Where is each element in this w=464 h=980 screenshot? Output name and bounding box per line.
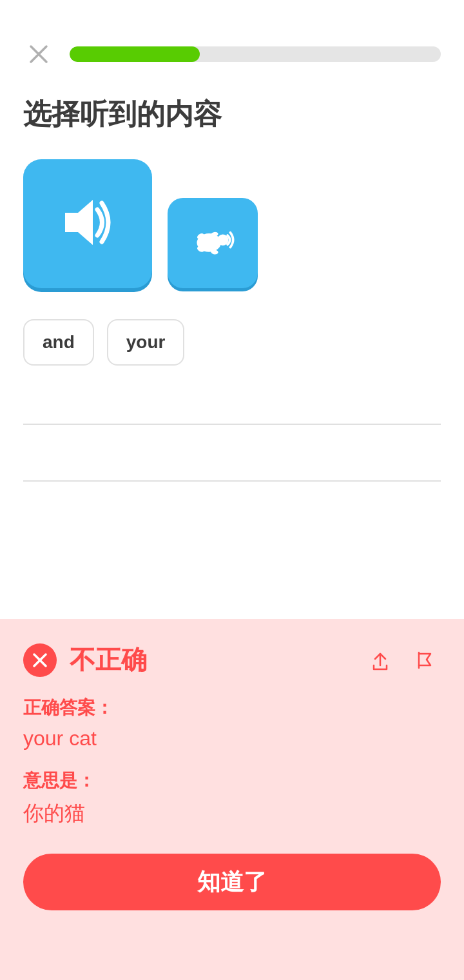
error-icon — [23, 643, 57, 677]
meaning-value: 你的猫 — [23, 799, 441, 828]
correct-answer-label: 正确答案： — [23, 696, 441, 720]
header — [0, 0, 464, 85]
meaning-label: 意思是： — [23, 769, 441, 793]
flag-button[interactable] — [407, 643, 441, 677]
word-chip-your[interactable]: your — [107, 319, 185, 366]
close-button[interactable] — [23, 39, 54, 70]
progress-bar-container — [70, 46, 441, 62]
word-choices-area: and your — [0, 319, 464, 366]
got-it-button[interactable]: 知道了 — [23, 854, 441, 910]
feedback-actions — [363, 643, 441, 677]
answer-line-2 — [23, 435, 441, 482]
feedback-header: 不正确 — [23, 642, 441, 678]
progress-bar-fill — [70, 46, 200, 62]
page-title: 选择听到的内容 — [0, 85, 464, 159]
feedback-status-label: 不正确 — [70, 642, 147, 678]
svg-marker-2 — [65, 200, 93, 245]
correct-answer-value: your cat — [23, 727, 441, 750]
feedback-panel: 不正确 正确答案： your cat 意思是： 你的猫 知道了 — [0, 619, 464, 980]
word-chip-and[interactable]: and — [23, 319, 94, 366]
audio-buttons-area — [0, 159, 464, 288]
turtle-speaker-icon — [189, 219, 236, 268]
answer-line-1 — [23, 378, 441, 425]
speaker-normal-icon — [55, 190, 120, 257]
feedback-title-group: 不正确 — [23, 642, 147, 678]
play-normal-button[interactable] — [23, 159, 152, 288]
play-slow-button[interactable] — [168, 198, 258, 288]
share-button[interactable] — [363, 643, 397, 677]
